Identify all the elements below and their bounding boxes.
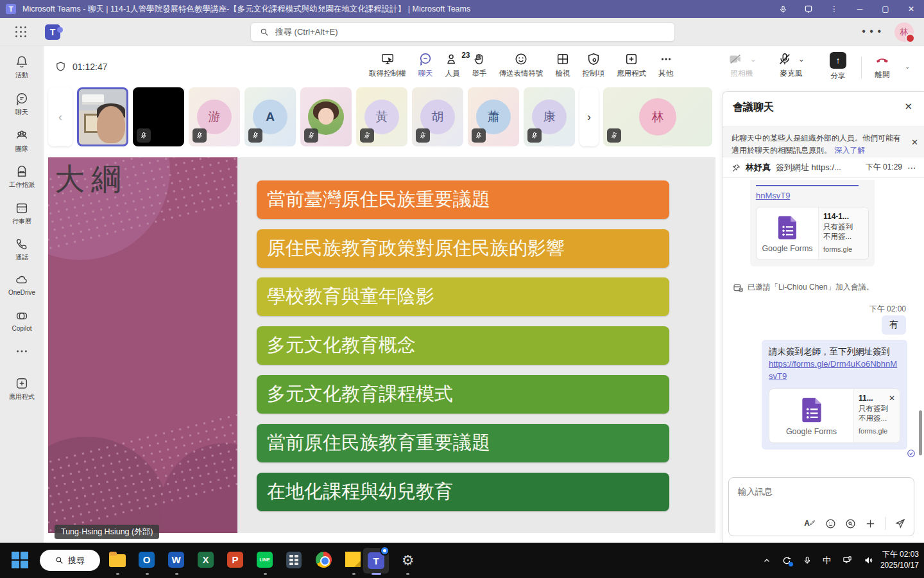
message-composer[interactable]: 輸入訊息 A xyxy=(728,477,914,536)
titlebar-mic-icon[interactable] xyxy=(770,0,796,18)
settings-icon[interactable]: ⚙ xyxy=(399,552,416,569)
teams-window-icon: T xyxy=(6,4,16,14)
reactions-button[interactable]: 傳送表情符號 xyxy=(499,52,543,78)
view-button[interactable]: 檢視 xyxy=(556,52,570,78)
google-forms-card[interactable]: Google Forms 114-1... 只有簽到不用簽... forms.g… xyxy=(756,207,869,260)
emoji-icon[interactable] xyxy=(825,518,836,529)
chat-close-icon[interactable]: ✕ xyxy=(904,101,912,112)
maximize-button[interactable]: ▢ xyxy=(873,0,898,18)
chrome-icon[interactable] xyxy=(316,552,333,569)
sidebar-item-onedrive[interactable]: OneDrive xyxy=(0,273,44,296)
pinned-message[interactable]: 林妤真 簽到網址 https:/... 下午 01:29 ⋯ xyxy=(723,157,924,178)
more-dots-icon xyxy=(15,348,29,355)
running-indicator xyxy=(406,573,409,575)
pinned-time: 下午 01:29 xyxy=(866,162,902,173)
participant-tile[interactable]: 蕭 xyxy=(468,87,519,146)
sidebar-item-assignments[interactable]: 工作指派 xyxy=(0,164,44,189)
excel-icon[interactable]: X xyxy=(198,552,215,569)
titlebar-more-icon[interactable]: ⋮ xyxy=(821,0,847,18)
chat-scrollbar[interactable] xyxy=(919,410,922,455)
more-dots-icon xyxy=(659,52,673,66)
banner-close-icon[interactable]: ✕ xyxy=(911,137,918,147)
filmstrip-next-button[interactable]: › xyxy=(579,87,599,146)
mic-button[interactable]: ⌄ 麥克風 xyxy=(778,52,805,78)
participant-tile[interactable]: A xyxy=(244,87,296,146)
card-title: 11... xyxy=(859,394,873,403)
chat-message-bubble: hnMsvT9 Google Forms 114-1... 只有簽到不用簽...… xyxy=(750,180,875,267)
sidebar-item-apps[interactable]: 應用程式 xyxy=(0,376,44,401)
sidebar-item-copilot[interactable]: Copilot xyxy=(0,309,44,332)
word-icon[interactable]: W xyxy=(168,552,185,569)
sidebar-item-calls[interactable]: 通話 xyxy=(0,237,44,262)
taskbar-clock[interactable]: 下午 02:03 2025/10/17 xyxy=(880,549,919,572)
format-icon[interactable]: A xyxy=(804,519,816,528)
sidebar-item-calendar[interactable]: 行事曆 xyxy=(0,201,44,226)
search-input[interactable]: 搜尋 (Ctrl+Alt+E) xyxy=(250,22,675,42)
take-control-button[interactable]: 取得控制權 xyxy=(369,52,406,78)
tray-mic-icon[interactable] xyxy=(803,556,812,565)
sidebar-item-activity[interactable]: 活動 xyxy=(0,55,44,80)
shield-gear-icon xyxy=(586,52,601,66)
card-close-icon[interactable]: ✕ xyxy=(889,394,895,403)
running-indicator xyxy=(146,573,149,575)
participant-tile[interactable]: 黃 xyxy=(356,87,407,146)
file-explorer-icon[interactable] xyxy=(109,552,126,569)
meeting-chat-panel: 會議聊天 ✕ 此聊天中的某些人是組織外部的人員。他們可能有適用於聊天的相關訊息原… xyxy=(722,91,924,543)
chat-message-self: 有 xyxy=(882,315,906,335)
participant-tile-camera-off[interactable] xyxy=(133,87,184,146)
people-button[interactable]: 23 人員 xyxy=(445,52,460,78)
header-more-icon[interactable]: • • • xyxy=(862,26,882,37)
avatar: 林 xyxy=(639,98,676,136)
user-avatar[interactable]: 林 xyxy=(894,22,914,42)
tray-expand-icon[interactable] xyxy=(763,557,771,565)
google-forms-card[interactable]: Google Forms 11... ✕ 只有簽到不用簽... forms.gl… xyxy=(769,389,900,443)
filmstrip-prev-button[interactable]: ‹ xyxy=(48,87,73,146)
bell-icon xyxy=(15,55,29,69)
camera-chevron-icon[interactable]: ⌄ xyxy=(750,55,757,64)
sync-icon[interactable] xyxy=(782,556,792,566)
close-button[interactable]: ✕ xyxy=(898,0,924,18)
sticky-notes-icon[interactable] xyxy=(345,552,363,569)
chat-button[interactable]: 聊天 xyxy=(418,52,433,78)
outlook-icon[interactable]: O xyxy=(139,552,156,569)
send-icon[interactable] xyxy=(894,518,906,529)
attach-plus-icon[interactable] xyxy=(865,518,876,529)
pinned-more-icon[interactable]: ⋯ xyxy=(907,162,917,173)
calculator-icon[interactable] xyxy=(286,552,304,569)
mic-chevron-icon[interactable]: ⌄ xyxy=(798,55,805,64)
more-button[interactable]: 其他 xyxy=(658,52,673,78)
leave-chevron-icon[interactable]: ⌄ xyxy=(905,60,910,71)
participant-tile[interactable]: 胡 xyxy=(412,87,463,146)
minimize-button[interactable]: ─ xyxy=(847,0,873,18)
teams-taskbar-icon[interactable]: T xyxy=(363,548,389,574)
participant-tile[interactable]: 游 xyxy=(189,87,240,146)
sidebar-item-more[interactable] xyxy=(0,348,44,355)
powerpoint-icon[interactable]: P xyxy=(227,552,244,569)
leave-button[interactable]: 離開 xyxy=(873,52,892,80)
titlebar-device-icon[interactable] xyxy=(796,0,821,18)
sidebar-item-chat[interactable]: 聊天 xyxy=(0,92,44,117)
learn-more-link[interactable]: 深入了解 xyxy=(834,146,865,155)
start-button[interactable] xyxy=(12,552,28,568)
raise-hand-button[interactable]: 舉手 xyxy=(472,52,487,78)
camera-button[interactable]: ⌄ 照相機 xyxy=(727,52,757,78)
sidebar-item-teams[interactable]: 團隊 xyxy=(0,128,44,153)
signin-link-tail[interactable]: hnMsvT9 xyxy=(756,191,790,200)
participant-tile-video[interactable] xyxy=(77,87,128,146)
ime-indicator[interactable]: 中 xyxy=(823,555,831,566)
volume-icon[interactable] xyxy=(864,556,874,565)
participant-tile[interactable]: 康 xyxy=(524,87,575,146)
apps-button[interactable]: 應用程式 xyxy=(617,52,646,78)
mic-muted-badge xyxy=(416,128,430,143)
app-launcher-icon[interactable] xyxy=(15,26,27,38)
controls-button[interactable]: 控制項 xyxy=(583,52,605,78)
line-icon[interactable]: LINE xyxy=(257,552,274,569)
participant-tile-photo[interactable] xyxy=(300,87,352,146)
signin-link[interactable]: https://forms.gle/Drm4uKo6NbhnMsvT9 xyxy=(769,358,900,383)
share-icon: ↑ xyxy=(830,52,846,69)
network-icon[interactable] xyxy=(842,556,853,565)
extensions-icon[interactable] xyxy=(845,518,856,529)
participant-tile-wide[interactable]: 林 xyxy=(603,87,712,146)
share-button[interactable]: ↑ 分享 xyxy=(830,52,846,81)
taskbar-search[interactable]: 搜尋 xyxy=(40,550,100,571)
